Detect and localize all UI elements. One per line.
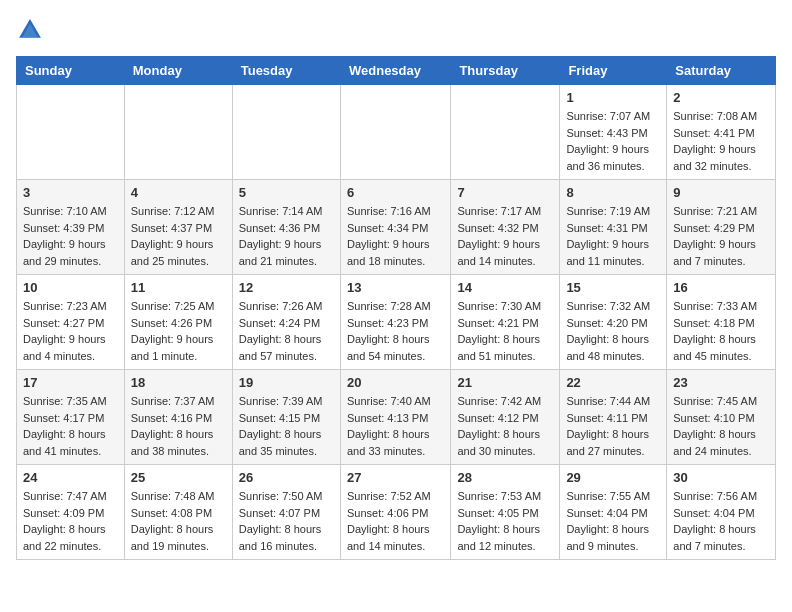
calendar-row-3: 17Sunrise: 7:35 AM Sunset: 4:17 PM Dayli… (17, 370, 776, 465)
calendar-cell: 16Sunrise: 7:33 AM Sunset: 4:18 PM Dayli… (667, 275, 776, 370)
day-info: Sunrise: 7:07 AM Sunset: 4:43 PM Dayligh… (566, 108, 660, 174)
calendar-row-1: 3Sunrise: 7:10 AM Sunset: 4:39 PM Daylig… (17, 180, 776, 275)
day-number: 29 (566, 470, 660, 485)
weekday-header-sunday: Sunday (17, 57, 125, 85)
day-number: 20 (347, 375, 444, 390)
calendar-cell: 3Sunrise: 7:10 AM Sunset: 4:39 PM Daylig… (17, 180, 125, 275)
weekday-header-tuesday: Tuesday (232, 57, 340, 85)
day-info: Sunrise: 7:23 AM Sunset: 4:27 PM Dayligh… (23, 298, 118, 364)
calendar-cell: 23Sunrise: 7:45 AM Sunset: 4:10 PM Dayli… (667, 370, 776, 465)
calendar-table: SundayMondayTuesdayWednesdayThursdayFrid… (16, 56, 776, 560)
logo-icon (16, 16, 44, 44)
day-number: 26 (239, 470, 334, 485)
calendar-cell: 18Sunrise: 7:37 AM Sunset: 4:16 PM Dayli… (124, 370, 232, 465)
day-number: 1 (566, 90, 660, 105)
calendar-cell: 28Sunrise: 7:53 AM Sunset: 4:05 PM Dayli… (451, 465, 560, 560)
calendar-cell: 5Sunrise: 7:14 AM Sunset: 4:36 PM Daylig… (232, 180, 340, 275)
day-number: 15 (566, 280, 660, 295)
calendar-cell: 22Sunrise: 7:44 AM Sunset: 4:11 PM Dayli… (560, 370, 667, 465)
day-info: Sunrise: 7:30 AM Sunset: 4:21 PM Dayligh… (457, 298, 553, 364)
day-number: 7 (457, 185, 553, 200)
day-info: Sunrise: 7:48 AM Sunset: 4:08 PM Dayligh… (131, 488, 226, 554)
day-info: Sunrise: 7:40 AM Sunset: 4:13 PM Dayligh… (347, 393, 444, 459)
page: SundayMondayTuesdayWednesdayThursdayFrid… (0, 0, 792, 576)
day-info: Sunrise: 7:47 AM Sunset: 4:09 PM Dayligh… (23, 488, 118, 554)
day-number: 17 (23, 375, 118, 390)
calendar-cell: 26Sunrise: 7:50 AM Sunset: 4:07 PM Dayli… (232, 465, 340, 560)
calendar-cell: 11Sunrise: 7:25 AM Sunset: 4:26 PM Dayli… (124, 275, 232, 370)
day-number: 9 (673, 185, 769, 200)
day-info: Sunrise: 7:08 AM Sunset: 4:41 PM Dayligh… (673, 108, 769, 174)
day-number: 19 (239, 375, 334, 390)
calendar-cell (451, 85, 560, 180)
day-number: 5 (239, 185, 334, 200)
day-number: 2 (673, 90, 769, 105)
calendar-cell: 30Sunrise: 7:56 AM Sunset: 4:04 PM Dayli… (667, 465, 776, 560)
calendar-header-row: SundayMondayTuesdayWednesdayThursdayFrid… (17, 57, 776, 85)
calendar-cell (232, 85, 340, 180)
day-number: 12 (239, 280, 334, 295)
calendar-cell: 17Sunrise: 7:35 AM Sunset: 4:17 PM Dayli… (17, 370, 125, 465)
day-number: 3 (23, 185, 118, 200)
calendar-row-0: 1Sunrise: 7:07 AM Sunset: 4:43 PM Daylig… (17, 85, 776, 180)
day-number: 21 (457, 375, 553, 390)
calendar-row-4: 24Sunrise: 7:47 AM Sunset: 4:09 PM Dayli… (17, 465, 776, 560)
day-info: Sunrise: 7:45 AM Sunset: 4:10 PM Dayligh… (673, 393, 769, 459)
day-info: Sunrise: 7:14 AM Sunset: 4:36 PM Dayligh… (239, 203, 334, 269)
day-number: 24 (23, 470, 118, 485)
header (16, 16, 776, 44)
day-info: Sunrise: 7:53 AM Sunset: 4:05 PM Dayligh… (457, 488, 553, 554)
day-number: 27 (347, 470, 444, 485)
day-info: Sunrise: 7:17 AM Sunset: 4:32 PM Dayligh… (457, 203, 553, 269)
calendar-cell: 10Sunrise: 7:23 AM Sunset: 4:27 PM Dayli… (17, 275, 125, 370)
weekday-header-friday: Friday (560, 57, 667, 85)
day-number: 18 (131, 375, 226, 390)
calendar-cell: 15Sunrise: 7:32 AM Sunset: 4:20 PM Dayli… (560, 275, 667, 370)
calendar-cell: 29Sunrise: 7:55 AM Sunset: 4:04 PM Dayli… (560, 465, 667, 560)
calendar-cell: 6Sunrise: 7:16 AM Sunset: 4:34 PM Daylig… (340, 180, 450, 275)
calendar-cell: 24Sunrise: 7:47 AM Sunset: 4:09 PM Dayli… (17, 465, 125, 560)
day-info: Sunrise: 7:16 AM Sunset: 4:34 PM Dayligh… (347, 203, 444, 269)
calendar-cell (340, 85, 450, 180)
day-info: Sunrise: 7:52 AM Sunset: 4:06 PM Dayligh… (347, 488, 444, 554)
day-number: 28 (457, 470, 553, 485)
calendar-cell: 25Sunrise: 7:48 AM Sunset: 4:08 PM Dayli… (124, 465, 232, 560)
day-info: Sunrise: 7:37 AM Sunset: 4:16 PM Dayligh… (131, 393, 226, 459)
logo (16, 16, 48, 44)
day-info: Sunrise: 7:19 AM Sunset: 4:31 PM Dayligh… (566, 203, 660, 269)
day-info: Sunrise: 7:55 AM Sunset: 4:04 PM Dayligh… (566, 488, 660, 554)
calendar-cell: 12Sunrise: 7:26 AM Sunset: 4:24 PM Dayli… (232, 275, 340, 370)
day-number: 25 (131, 470, 226, 485)
day-info: Sunrise: 7:39 AM Sunset: 4:15 PM Dayligh… (239, 393, 334, 459)
day-number: 23 (673, 375, 769, 390)
day-info: Sunrise: 7:32 AM Sunset: 4:20 PM Dayligh… (566, 298, 660, 364)
day-info: Sunrise: 7:35 AM Sunset: 4:17 PM Dayligh… (23, 393, 118, 459)
day-number: 8 (566, 185, 660, 200)
calendar-cell (17, 85, 125, 180)
day-number: 13 (347, 280, 444, 295)
day-info: Sunrise: 7:50 AM Sunset: 4:07 PM Dayligh… (239, 488, 334, 554)
day-number: 30 (673, 470, 769, 485)
calendar-cell: 2Sunrise: 7:08 AM Sunset: 4:41 PM Daylig… (667, 85, 776, 180)
day-info: Sunrise: 7:21 AM Sunset: 4:29 PM Dayligh… (673, 203, 769, 269)
weekday-header-monday: Monday (124, 57, 232, 85)
day-info: Sunrise: 7:26 AM Sunset: 4:24 PM Dayligh… (239, 298, 334, 364)
calendar-cell (124, 85, 232, 180)
calendar-cell: 4Sunrise: 7:12 AM Sunset: 4:37 PM Daylig… (124, 180, 232, 275)
calendar-cell: 27Sunrise: 7:52 AM Sunset: 4:06 PM Dayli… (340, 465, 450, 560)
calendar-cell: 1Sunrise: 7:07 AM Sunset: 4:43 PM Daylig… (560, 85, 667, 180)
day-number: 10 (23, 280, 118, 295)
weekday-header-thursday: Thursday (451, 57, 560, 85)
weekday-header-saturday: Saturday (667, 57, 776, 85)
day-info: Sunrise: 7:10 AM Sunset: 4:39 PM Dayligh… (23, 203, 118, 269)
day-info: Sunrise: 7:12 AM Sunset: 4:37 PM Dayligh… (131, 203, 226, 269)
day-number: 11 (131, 280, 226, 295)
day-info: Sunrise: 7:33 AM Sunset: 4:18 PM Dayligh… (673, 298, 769, 364)
day-info: Sunrise: 7:28 AM Sunset: 4:23 PM Dayligh… (347, 298, 444, 364)
day-info: Sunrise: 7:44 AM Sunset: 4:11 PM Dayligh… (566, 393, 660, 459)
weekday-header-wednesday: Wednesday (340, 57, 450, 85)
calendar-cell: 19Sunrise: 7:39 AM Sunset: 4:15 PM Dayli… (232, 370, 340, 465)
calendar-cell: 20Sunrise: 7:40 AM Sunset: 4:13 PM Dayli… (340, 370, 450, 465)
calendar-cell: 7Sunrise: 7:17 AM Sunset: 4:32 PM Daylig… (451, 180, 560, 275)
day-number: 14 (457, 280, 553, 295)
